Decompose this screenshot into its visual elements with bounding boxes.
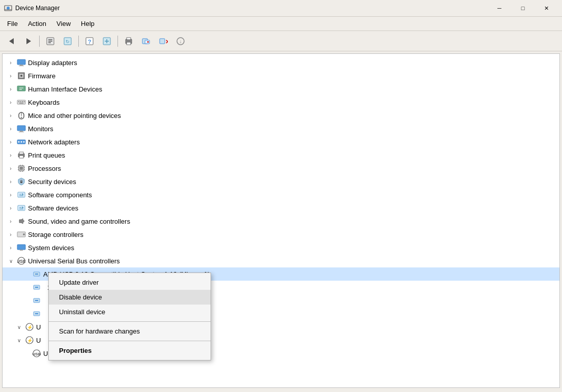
hid-icon <box>17 84 26 94</box>
ctx-separator-2 <box>49 341 211 341</box>
help-button[interactable]: ? <box>81 34 98 49</box>
svg-point-42 <box>21 117 22 118</box>
tree-item-print[interactable]: › Print queues <box>3 148 559 162</box>
refresh-button[interactable]: ↻ <box>60 34 76 49</box>
maximize-button[interactable]: □ <box>511 0 535 17</box>
usb-icon: USB <box>17 256 26 265</box>
minimize-button[interactable]: ─ <box>488 0 511 17</box>
ctx-properties[interactable]: Properties <box>49 343 211 358</box>
security-icon <box>17 177 26 186</box>
properties-button[interactable] <box>42 34 58 49</box>
expander-monitors[interactable]: › <box>7 125 15 133</box>
expander-system[interactable]: › <box>7 244 15 252</box>
expander-storage[interactable]: › <box>7 230 15 238</box>
keyboards-icon <box>17 98 26 107</box>
usb-child3-icon <box>32 296 41 305</box>
update-icon: ↓ <box>176 37 185 46</box>
scan-icon <box>141 37 151 46</box>
update-button[interactable]: ↓ <box>172 34 189 49</box>
ctx-update-driver[interactable]: Update driver <box>49 275 211 290</box>
svg-text:✕: ✕ <box>165 39 168 45</box>
menu-view[interactable]: View <box>51 18 76 29</box>
tree-item-monitors[interactable]: › Monitors <box>3 122 559 135</box>
print-queue-icon <box>17 150 26 160</box>
svg-rect-39 <box>19 103 23 104</box>
usb-child4-icon <box>32 309 41 318</box>
system-icon <box>17 243 26 252</box>
expand-button[interactable] <box>99 34 115 49</box>
softcomp-label: Software components <box>28 191 92 199</box>
monitors-label: Monitors <box>28 125 53 133</box>
tree-item-keyboards[interactable]: › Keyboards <box>3 96 559 109</box>
menu-action[interactable]: Action <box>23 18 51 29</box>
expander-softdev[interactable]: › <box>7 204 15 212</box>
network-icon <box>17 137 26 146</box>
softdev-label: Software devices <box>28 204 78 212</box>
menu-file[interactable]: File <box>2 18 23 29</box>
print-button[interactable] <box>121 34 137 49</box>
toolbar-separator-3 <box>117 36 118 47</box>
firmware-icon <box>17 71 26 80</box>
uninstall-button[interactable]: ✕ <box>155 34 171 49</box>
svg-text:?: ? <box>88 39 92 45</box>
tree-item-hid[interactable]: › Human Interface Devices <box>3 82 559 96</box>
tree-item-usb[interactable]: ∨ USB Universal Serial Bus controllers <box>3 254 559 267</box>
svg-text:USB: USB <box>33 352 41 356</box>
tree-item-processors[interactable]: › Processors <box>3 162 559 175</box>
scan-button[interactable] <box>138 34 154 49</box>
expander-processors[interactable]: › <box>7 164 15 172</box>
tree-item-security[interactable]: › Security devices <box>3 175 559 188</box>
tree-item-softdev[interactable]: › Software devices <box>3 201 559 215</box>
expander-keyboards[interactable]: › <box>7 98 15 106</box>
window-title: Device Manager <box>15 5 488 12</box>
tree-item-firmware[interactable]: › Firmware <box>3 69 559 82</box>
expander-firmware[interactable]: › <box>7 72 15 80</box>
expander-usb-group2[interactable]: ∨ <box>15 336 23 344</box>
svg-point-76 <box>23 234 24 235</box>
svg-rect-38 <box>24 101 25 102</box>
firmware-label: Firmware <box>28 72 55 80</box>
tree-item-sound[interactable]: › Sound, video and game controllers <box>3 215 559 228</box>
sound-label: Sound, video and game controllers <box>28 218 130 225</box>
expander-usb[interactable]: ∨ <box>7 257 15 265</box>
ctx-scan-hardware[interactable]: Scan for hardware changes <box>49 324 211 339</box>
back-button[interactable] <box>3 34 19 49</box>
expander-sound[interactable]: › <box>7 217 15 225</box>
svg-marker-73 <box>19 219 23 224</box>
svg-point-47 <box>18 141 20 143</box>
svg-rect-52 <box>19 156 23 158</box>
tree-item-network[interactable]: › Network adapters <box>3 135 559 148</box>
tree-item-display[interactable]: › Display adapters <box>3 56 559 69</box>
expander-usb-group1[interactable]: ∨ <box>15 323 23 331</box>
menu-bar: File Action View Help <box>0 17 562 31</box>
expander-print[interactable]: › <box>7 151 15 159</box>
expander-display[interactable]: › <box>7 58 15 67</box>
expander-mice[interactable]: › <box>7 111 15 119</box>
expander-softcomp[interactable]: › <box>7 191 15 199</box>
toolbar-separator-1 <box>39 36 40 47</box>
usb-group1-icon: ⚡ <box>25 322 34 331</box>
menu-help[interactable]: Help <box>76 18 100 29</box>
usb-group1-label: U <box>36 323 41 331</box>
context-menu: Update driver Disable device Uninstall d… <box>48 273 211 360</box>
expander-network[interactable]: › <box>7 138 15 146</box>
expander-security[interactable]: › <box>7 177 15 186</box>
tree-item-softcomp[interactable]: › Software components <box>3 188 559 201</box>
tree-item-system[interactable]: › System devices <box>3 241 559 254</box>
network-label: Network adapters <box>28 138 80 146</box>
tree-item-mice[interactable]: › Mice and other pointing devices <box>3 109 559 122</box>
expander-ucm <box>25 349 30 357</box>
svg-rect-82 <box>35 274 38 275</box>
storage-icon <box>17 230 26 239</box>
close-button[interactable]: ✕ <box>535 0 558 17</box>
svg-text:USB: USB <box>17 259 25 264</box>
usb-label: Universal Serial Bus controllers <box>28 257 120 265</box>
usb-child2-icon <box>32 283 41 292</box>
toolbar: ↻ ? ✕ <box>0 31 562 51</box>
ctx-disable-device[interactable]: Disable device <box>49 290 211 305</box>
forward-button[interactable] <box>20 34 37 49</box>
ctx-uninstall-device[interactable]: Uninstall device <box>49 305 211 319</box>
ctx-separator-1 <box>49 321 211 322</box>
expander-hid[interactable]: › <box>7 85 15 93</box>
tree-item-storage[interactable]: › Storage controllers <box>3 228 559 241</box>
